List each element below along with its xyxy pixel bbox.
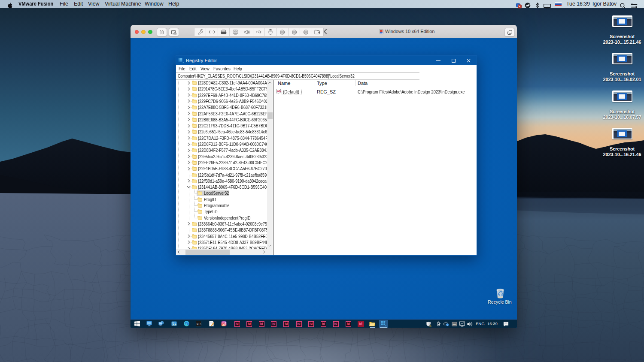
svg-text:C:\: C:\ [197,323,201,326]
svg-text:vm: vm [453,323,456,326]
svg-text:ab: ab [277,89,281,93]
